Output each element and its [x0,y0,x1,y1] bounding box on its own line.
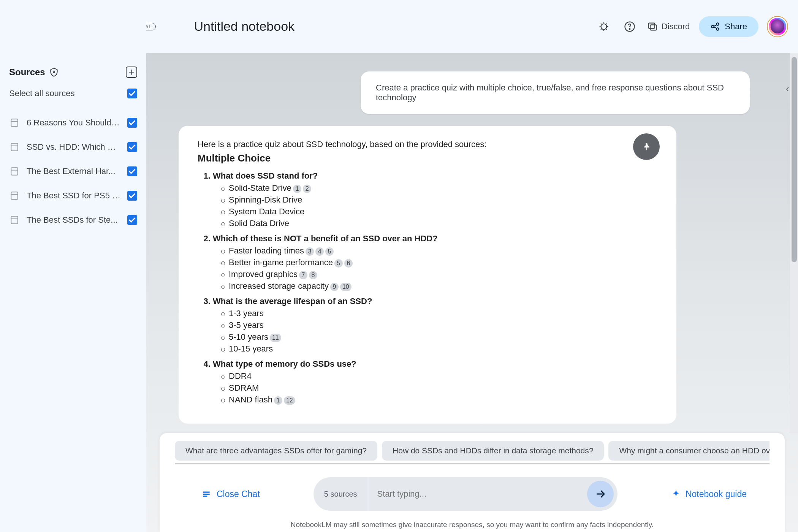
select-all-row[interactable]: Select all sources [9,89,137,98]
quiz-option: Improved graphics78 [221,269,657,279]
collapse-panel-tab[interactable]: ‹ [786,83,792,97]
svg-rect-4 [650,25,656,30]
citation-badge[interactable]: 5 [325,247,334,256]
source-row[interactable]: 6 Reasons You Should ... [9,111,137,135]
quiz-option: System Data Device [221,207,657,217]
help-icon [624,21,635,32]
chat-input-pill: 5 sources [314,477,618,511]
citation-badge[interactable]: 8 [309,271,317,279]
notebook-title[interactable]: Untitled notebook [194,19,294,34]
citation-badge[interactable]: 4 [315,247,324,256]
discord-link[interactable]: Discord [647,21,690,32]
source-count-label[interactable]: 5 sources [314,477,368,511]
sidebar: Sources Select all sources 6 Reasons You… [0,21,146,532]
sidebar-heading-row: Sources [9,66,137,78]
citation-badge[interactable]: 2 [303,185,311,193]
activity-button[interactable] [595,18,612,35]
sources-list: 6 Reasons You Should ...SSD vs. HDD: Whi… [9,111,137,232]
scrollbar-thumb[interactable] [792,57,797,262]
suggestion-chip[interactable]: How do SSDs and HDDs differ in data stor… [382,441,604,461]
notebook-guide-label: Notebook guide [686,489,747,499]
add-source-button[interactable] [126,66,137,78]
suggestion-row: What are three advantages SSDs offer for… [175,441,770,464]
quiz-question: What is the average lifespan of an SSD?1… [213,296,657,354]
suggestion-chip[interactable]: What are three advantages SSDs offer for… [175,441,377,461]
svg-rect-9 [11,119,17,127]
source-checkbox[interactable] [127,142,137,152]
source-doc-icon [9,166,20,177]
source-title: 6 Reasons You Should ... [27,118,120,128]
pin-button[interactable] [633,133,660,160]
arrow-right-icon [595,488,606,500]
options-list: Faster loading times345Better in-game pe… [221,246,657,291]
source-checkbox[interactable] [127,166,137,176]
citation-badge[interactable]: 1 [274,396,282,405]
svg-point-8 [53,71,55,73]
suggestion-chip[interactable]: Why might a consumer choose an HDD over … [608,441,770,461]
svg-rect-11 [11,168,17,175]
question-text: What type of memory do SSDs use? [213,359,356,369]
citation-badge[interactable]: 1 [293,185,301,193]
share-button[interactable]: Share [699,16,758,37]
quiz-question: What type of memory do SSDs use?DDR4SDRA… [213,359,657,405]
source-row[interactable]: The Best SSDs for Ste... [9,208,137,232]
scrollbar-track[interactable] [790,53,798,433]
source-checkbox[interactable] [127,215,137,225]
citation-badge[interactable]: 6 [344,259,353,268]
quiz-option: 1-3 years [221,309,657,318]
user-message: Create a practice quiz with multiple cho… [361,71,750,114]
input-row: Close Chat 5 sources Notebook guide [175,477,770,511]
source-row[interactable]: The Best SSD for PS5 i... [9,184,137,208]
citation-badge[interactable]: 3 [306,247,314,256]
citation-badge[interactable]: 11 [270,334,281,342]
select-all-checkbox[interactable] [127,89,137,98]
sidebar-heading: Sources [9,67,45,78]
bottom-panel: What are three advantages SSDs offer for… [160,433,785,532]
help-button[interactable] [621,18,638,35]
quiz-option: 3-5 years [221,320,657,330]
activity-icon [598,21,610,32]
citation-badge[interactable]: 5 [334,259,343,268]
citation-badge[interactable]: 7 [299,271,307,279]
svg-point-5 [712,25,714,28]
svg-rect-16 [203,496,207,497]
quiz-option: DDR4 [221,371,657,381]
svg-rect-14 [203,492,209,493]
close-chat-icon [201,489,211,499]
svg-rect-13 [11,216,17,224]
close-chat-label: Close Chat [217,489,260,499]
send-button[interactable] [587,481,614,507]
top-right: Discord Share [595,16,787,37]
options-list: DDR4SDRAMNAND flash112 [221,371,657,405]
citation-badge[interactable]: 9 [330,283,339,291]
notebook-guide-button[interactable]: Notebook guide [671,489,747,499]
source-title: SSD vs. HDD: Which St... [27,142,120,152]
source-checkbox[interactable] [127,191,137,201]
options-list: Solid-State Drive12Spinning-Disk DriveSy… [221,183,657,228]
citation-badge[interactable]: 12 [284,396,295,405]
source-doc-icon [9,142,20,152]
discord-icon [647,21,658,32]
chat-input[interactable] [368,477,587,511]
section-heading: Multiple Choice [198,152,657,164]
select-all-label: Select all sources [9,89,74,98]
quiz-question: What does SSD stand for?Solid-State Driv… [213,171,657,228]
svg-point-6 [717,23,719,25]
source-doc-icon [9,190,20,201]
citation-badge[interactable]: 10 [340,283,352,291]
chat-scroll-area: Create a practice quiz with multiple cho… [146,53,790,433]
close-chat-button[interactable]: Close Chat [201,489,260,499]
svg-point-7 [717,28,719,30]
svg-rect-3 [648,23,654,28]
source-checkbox[interactable] [127,118,137,128]
quiz-option: 10-15 years [221,344,657,354]
source-title: The Best SSD for PS5 i... [27,191,120,201]
user-avatar[interactable] [768,17,787,36]
source-doc-icon [9,117,20,128]
source-row[interactable]: The Best External Har... [9,159,137,184]
share-label: Share [725,22,747,32]
source-row[interactable]: SSD vs. HDD: Which St... [9,135,137,159]
quiz-list: What does SSD stand for?Solid-State Driv… [213,171,657,405]
source-doc-icon [9,215,20,225]
question-text: Which of these is NOT a benefit of an SS… [213,234,438,243]
